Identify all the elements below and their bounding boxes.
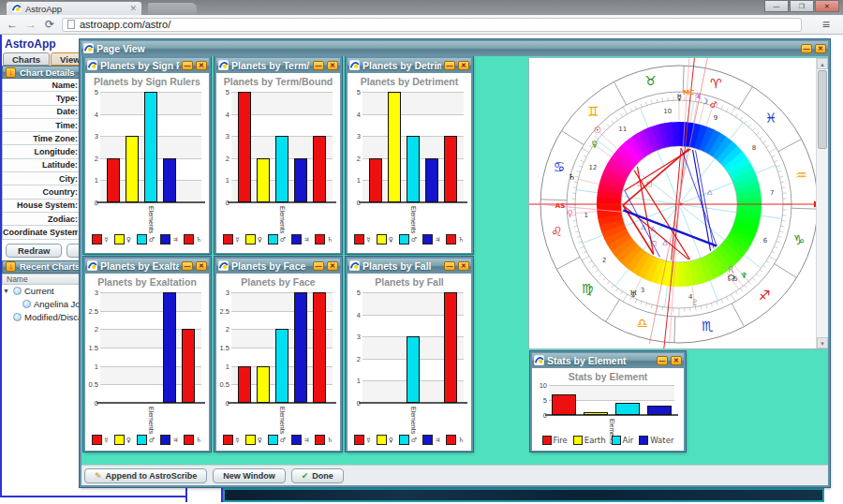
chart-node-icon	[13, 313, 22, 321]
close-icon[interactable]: ✕	[815, 44, 826, 53]
reload-icon[interactable]: ⟳	[43, 18, 56, 31]
footer-button-new-window[interactable]: New Window	[213, 468, 285, 483]
y-tick-label: 3	[95, 289, 100, 297]
bar-jupiter	[294, 158, 307, 202]
legend-label: Fire	[554, 436, 568, 445]
legend-swatch	[223, 234, 233, 245]
bar-venus	[126, 136, 139, 202]
new-tab-button[interactable]	[148, 3, 197, 14]
minimize-icon[interactable]: —	[182, 61, 193, 70]
bar-mars	[275, 136, 288, 202]
aspect-marker-trine: △	[641, 223, 646, 230]
legend-swatch	[354, 435, 364, 445]
window-close-button[interactable]: ✕	[815, 0, 839, 12]
wheel-scrollbar[interactable]: ▲ ▼	[816, 58, 828, 348]
chart-plot-area: 543210	[362, 292, 464, 403]
chart-window-titlebar[interactable]: Planets by Exaltation—✕	[85, 259, 209, 274]
chart-body: Planets by Detriment543210Elements☿♀♂♃♄	[348, 73, 471, 253]
legend-item: ♀	[114, 435, 131, 445]
minimize-icon[interactable]: —	[657, 356, 668, 365]
legend-swatch	[422, 435, 433, 445]
astroapp-logo-icon	[218, 57, 229, 74]
tab-close-icon[interactable]: ✕	[129, 4, 137, 13]
x-axis-label: Elements	[410, 407, 417, 434]
chart-window-titlebar[interactable]: Planets by Term/Bound—✕	[216, 58, 340, 73]
scroll-up-icon[interactable]: ▲	[817, 58, 828, 69]
footer-button-done[interactable]: ✔Done	[291, 468, 344, 483]
natal-wheel-panel: 123456789101112□□□△△△△∗☉♀♄♀AS♅♇☊♆R☿MC♃☽♂…	[528, 57, 828, 349]
scroll-thumb[interactable]	[818, 70, 827, 149]
scroll-down-icon[interactable]: ▼	[817, 337, 828, 348]
legend-item: ♀	[377, 435, 393, 445]
legend-swatch	[573, 436, 583, 445]
sidebar-tab-charts[interactable]: Charts	[3, 52, 50, 66]
x-axis-label: Elements	[148, 206, 155, 233]
close-icon[interactable]: ✕	[327, 261, 338, 271]
close-icon[interactable]: ✕	[196, 261, 207, 271]
y-tick-label: 4	[226, 111, 231, 119]
back-icon[interactable]: ←	[6, 18, 19, 31]
chart-window-exaltation: Planets by Exaltation—✕Planets by Exalta…	[83, 257, 211, 452]
page-view-titlebar[interactable]: Page View — ✕	[81, 41, 828, 56]
legend-item: ♄	[446, 234, 464, 245]
chart-window-titlebar[interactable]: Planets by Sign Rulers—✕	[85, 58, 209, 73]
y-tick-label: 1	[95, 363, 100, 371]
minimize-icon[interactable]: —	[313, 61, 324, 70]
minimize-icon[interactable]: —	[313, 261, 324, 271]
bar-venus	[257, 366, 270, 403]
legend-label: ♂	[280, 437, 286, 444]
close-icon[interactable]: ✕	[327, 61, 338, 70]
legend-item: ♄	[184, 435, 201, 445]
minimize-icon[interactable]: —	[444, 261, 455, 271]
legend-swatch	[268, 234, 278, 245]
menu-icon[interactable]: ≡	[815, 17, 837, 32]
chart-window-titlebar[interactable]: Stats by Element—✕	[532, 353, 684, 368]
bar-earth	[584, 412, 608, 415]
bar-fire	[552, 394, 576, 415]
chart-legend: ☿♀♂♃♄	[216, 435, 340, 445]
browser-toolbar: ← → ⟳ astroapp.com/astro/ ≡	[0, 15, 843, 35]
legend-swatch	[377, 234, 387, 245]
minimize-icon[interactable]: —	[801, 44, 812, 53]
zodiac-sign-icon: ♏	[702, 319, 714, 334]
chart-plot-area: 543210	[362, 92, 464, 202]
chart-window-face: Planets by Face—✕Planets by Face32.521.5…	[214, 257, 342, 452]
legend-swatch	[354, 234, 364, 245]
window-minimize-button[interactable]: —	[764, 0, 789, 12]
chart-window-titlebar[interactable]: Planets by Face—✕	[216, 259, 340, 274]
legend-item: ♃	[422, 234, 440, 245]
legend-item: ☿	[92, 435, 108, 445]
close-icon[interactable]: ✕	[458, 261, 469, 271]
bar-mars	[275, 329, 288, 403]
astroapp-logo-icon	[87, 57, 97, 74]
sidebar-button-redraw[interactable]: Redraw	[6, 244, 62, 258]
tree-expander-icon[interactable]: ▼	[2, 288, 10, 294]
y-tick-label: 4	[357, 111, 362, 119]
close-icon[interactable]: ✕	[458, 61, 469, 70]
forward-icon[interactable]: →	[24, 18, 37, 31]
browser-tab[interactable]: AstroApp ✕	[6, 1, 142, 15]
planet-glyph-R: R	[728, 265, 733, 274]
chart-window-titlebar[interactable]: Planets by Fall—✕	[348, 259, 471, 274]
collapse-arrow-icon[interactable]: ↓	[6, 261, 16, 272]
window-controls: — ❐ ✕	[763, 0, 839, 12]
legend-swatch	[137, 234, 147, 245]
window-maximize-button[interactable]: ❐	[790, 0, 814, 12]
house-number: 8	[752, 144, 756, 152]
chart-window-titlebar[interactable]: Planets by Detriment—✕	[348, 58, 471, 73]
legend-label: ☿	[235, 236, 239, 244]
planet-glyph-MC: MC	[683, 89, 694, 96]
close-icon[interactable]: ✕	[196, 61, 207, 70]
legend-label: ☿	[366, 236, 370, 244]
y-tick-label: 2	[95, 155, 100, 163]
legend-label: Air	[623, 436, 634, 445]
footer-button-label: New Window	[223, 471, 274, 481]
collapse-arrow-icon[interactable]: ↓	[6, 67, 16, 78]
minimize-icon[interactable]: —	[444, 61, 455, 70]
url-bar[interactable]: astroapp.com/astro/	[62, 18, 802, 32]
footer-button-append-to-astroscribe[interactable]: ✎Append to AstroScribe	[84, 468, 207, 483]
legend-label: ☿	[235, 437, 239, 444]
minimize-icon[interactable]: —	[182, 261, 193, 271]
close-icon[interactable]: ✕	[671, 356, 682, 365]
planet-glyph-♅: ♅	[629, 289, 637, 299]
